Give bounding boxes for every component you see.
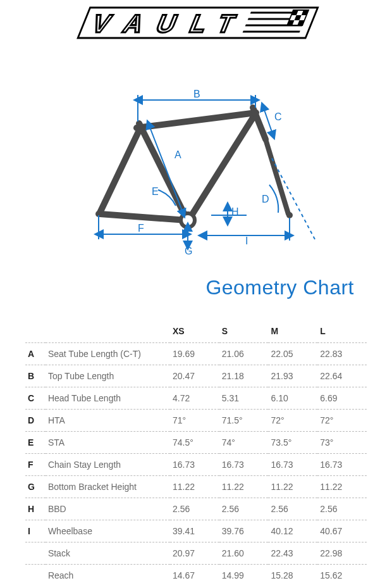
- table-row: Stack20.9721.6022.4322.98: [25, 542, 367, 565]
- row-value: 22.98: [317, 542, 367, 565]
- page-title: Geometry Chart: [25, 276, 367, 299]
- size-col-l: L: [317, 321, 367, 343]
- row-value: 21.60: [219, 542, 269, 565]
- row-letter: C: [25, 387, 46, 410]
- row-value: 11.22: [170, 476, 219, 498]
- row-value: 74.5°: [170, 432, 219, 454]
- row-value: 22.05: [268, 343, 317, 365]
- row-value: 21.18: [219, 365, 269, 387]
- table-row: ESTA74.5°74°73.5°73°: [25, 432, 367, 454]
- row-name: Reach: [46, 565, 170, 584]
- row-value: 14.67: [170, 565, 219, 584]
- frame-diagram: B A C D E F G H I: [25, 89, 367, 262]
- row-value: 11.22: [317, 476, 367, 498]
- row-value: 21.06: [219, 343, 269, 365]
- table-row: DHTA71°71.5°72°72°: [25, 410, 367, 432]
- svg-text:V: V: [87, 9, 116, 37]
- row-value: 6.10: [268, 387, 317, 410]
- dim-label-H: H: [231, 206, 239, 217]
- row-value: 39.41: [170, 520, 219, 542]
- svg-line-22: [149, 124, 183, 214]
- geometry-table-head: XS S M L: [25, 321, 367, 343]
- row-name: Stack: [46, 542, 170, 565]
- table-row: BTop Tube Length20.4721.1821.9322.64: [25, 365, 367, 387]
- logo-wrap: V A U L T: [25, 0, 367, 51]
- geometry-table-body: ASeat Tube Length (C-T)19.6921.0622.0522…: [25, 343, 367, 584]
- svg-point-16: [181, 213, 195, 227]
- table-row: HBBD2.562.562.562.56: [25, 498, 367, 520]
- svg-text:U: U: [152, 9, 181, 37]
- row-name: Chain Stay Length: [46, 454, 170, 476]
- geometry-table: XS S M L ASeat Tube Length (C-T)19.6921.…: [25, 321, 367, 583]
- row-value: 16.73: [219, 454, 269, 476]
- row-value: 20.97: [170, 542, 219, 565]
- row-value: 4.72: [170, 387, 219, 410]
- row-value: 71°: [170, 410, 219, 432]
- row-value: 11.22: [219, 476, 269, 498]
- row-value: 16.73: [268, 454, 317, 476]
- row-value: 6.69: [317, 387, 367, 410]
- row-value: 71.5°: [219, 410, 269, 432]
- row-value: 16.73: [317, 454, 367, 476]
- vault-logo: V A U L T: [57, 4, 335, 42]
- row-value: 5.31: [219, 387, 269, 410]
- row-value: 21.93: [268, 365, 317, 387]
- row-value: 2.56: [268, 498, 317, 520]
- row-letter: F: [25, 454, 46, 476]
- row-name: Seat Tube Length (C-T): [46, 343, 170, 365]
- svg-line-31: [272, 158, 315, 239]
- size-col-s: S: [219, 321, 269, 343]
- dim-label-A: A: [175, 149, 181, 160]
- row-value: 15.28: [268, 565, 317, 584]
- dim-label-F: F: [138, 223, 144, 234]
- table-row: IWheelbase39.4139.7640.1240.67: [25, 520, 367, 542]
- page: V A U L T: [0, 0, 392, 583]
- svg-point-18: [286, 212, 293, 218]
- row-letter: D: [25, 410, 46, 432]
- row-value: 11.22: [268, 476, 317, 498]
- dim-label-E: E: [152, 186, 159, 197]
- row-letter: A: [25, 343, 46, 365]
- row-letter: [25, 565, 46, 584]
- table-row: FChain Stay Length16.7316.7316.7316.73: [25, 454, 367, 476]
- row-value: 22.83: [317, 343, 367, 365]
- row-value: 14.99: [219, 565, 269, 584]
- row-letter: B: [25, 365, 46, 387]
- row-value: 72°: [317, 410, 367, 432]
- dim-label-C: C: [274, 111, 282, 122]
- row-name: Head Tube Length: [46, 387, 170, 410]
- row-name: Bottom Bracket Height: [46, 476, 170, 498]
- row-letter: H: [25, 498, 46, 520]
- row-value: 19.69: [170, 343, 219, 365]
- row-name: STA: [46, 432, 170, 454]
- svg-text:T: T: [212, 9, 240, 37]
- row-value: 22.64: [317, 365, 367, 387]
- row-value: 16.73: [170, 454, 219, 476]
- row-value: 40.12: [268, 520, 317, 542]
- dim-label-B: B: [193, 89, 200, 99]
- dim-label-I: I: [245, 235, 248, 246]
- svg-text:A: A: [119, 9, 149, 37]
- row-name: Wheelbase: [46, 520, 170, 542]
- row-letter: I: [25, 520, 46, 542]
- row-value: 73.5°: [268, 432, 317, 454]
- row-value: 73°: [317, 432, 367, 454]
- row-name: HTA: [46, 410, 170, 432]
- table-row: GBottom Bracket Height11.2211.2211.2211.…: [25, 476, 367, 498]
- row-value: 39.76: [219, 520, 269, 542]
- frame-diagram-svg: B A C D E F G H I: [63, 89, 329, 260]
- row-value: 40.67: [317, 520, 367, 542]
- size-col-m: M: [268, 321, 317, 343]
- row-name: BBD: [46, 498, 170, 520]
- svg-text:L: L: [185, 9, 212, 37]
- table-row: Reach14.6714.9915.2815.62: [25, 565, 367, 584]
- row-letter: G: [25, 476, 46, 498]
- row-letter: E: [25, 432, 46, 454]
- row-value: 15.62: [317, 565, 367, 584]
- row-value: 20.47: [170, 365, 219, 387]
- row-value: 22.43: [268, 542, 317, 565]
- row-name: Top Tube Length: [46, 365, 170, 387]
- dim-label-D: D: [262, 194, 269, 204]
- row-value: 72°: [268, 410, 317, 432]
- row-value: 74°: [219, 432, 269, 454]
